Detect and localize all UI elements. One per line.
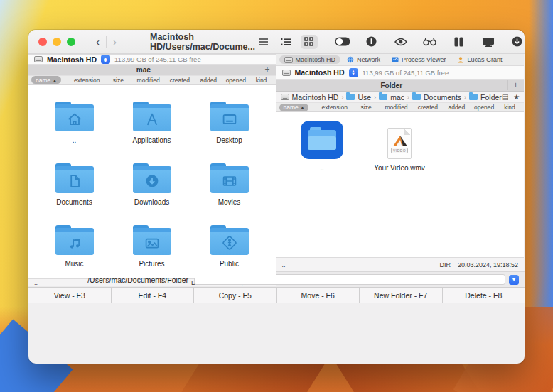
column-header-opened[interactable]: opened [222, 77, 249, 84]
sort-asc-icon: ▲ [301, 105, 304, 109]
file-item-music[interactable]: Music [36, 218, 113, 278]
zoom-button[interactable] [67, 38, 75, 46]
column-header-opened[interactable]: opened [470, 104, 498, 111]
applications-folder-icon [133, 102, 171, 131]
favorite-process-viewer[interactable]: Process Viewer [387, 55, 451, 64]
file-item-applications[interactable]: Applications [113, 94, 190, 155]
breadcrumb-item[interactable]: Use [346, 93, 371, 102]
close-button[interactable] [38, 38, 47, 46]
downloads-folder-icon [133, 163, 171, 193]
favorite-network[interactable]: Network [342, 55, 385, 64]
file-label: Documents [56, 198, 92, 206]
move-f6-button[interactable]: Move - F6 [277, 288, 360, 303]
back-icon[interactable]: ‹ [90, 36, 106, 48]
tab-mac[interactable]: mac [28, 66, 259, 74]
drive-select-stepper[interactable]: ▲▼ [101, 55, 110, 64]
file-label: .. [320, 164, 324, 172]
drive-free-space: 113,99 GB of 245,11 GB free [114, 55, 201, 63]
detailed-list-view-icon[interactable] [278, 35, 295, 49]
toggle-icon[interactable] [334, 35, 351, 49]
favorite-label: Lucas Grant [467, 56, 502, 63]
file-manager-window: ‹ › Macintosh HD/Users/mac/Docume... [28, 30, 525, 364]
tab-bar: mac + [28, 65, 276, 75]
sort-asc-icon: ▲ [53, 78, 56, 82]
minimize-button[interactable] [53, 38, 61, 46]
file-item-parent-selected[interactable]: .. [284, 122, 361, 183]
view-mode-group [255, 35, 318, 49]
dual-pane-icon[interactable] [451, 35, 468, 49]
column-header-created[interactable]: created [164, 77, 195, 84]
binoculars-icon[interactable] [422, 35, 439, 49]
file-item-downloads[interactable]: Downloads [113, 156, 190, 217]
list-view-icon[interactable] [255, 35, 272, 49]
chevron-right-icon: › [341, 94, 343, 101]
file-item-parent[interactable]: .. [36, 94, 113, 155]
favorite-label: Process Viewer [402, 56, 446, 63]
column-header-name[interactable]: name▲ [31, 76, 61, 84]
file-item-your-video[interactable]: VIDEO Your Video.wmv [361, 122, 439, 183]
new-folder-f7-button[interactable]: New Folder - F7 [360, 288, 443, 303]
column-header-size[interactable]: size [352, 104, 380, 111]
favorite-star-icon[interactable]: ★ [513, 93, 520, 101]
column-header-modified[interactable]: modified [132, 77, 164, 84]
status-left: .. [282, 261, 286, 268]
column-header-kind[interactable]: kind [250, 77, 273, 84]
info-icon[interactable] [363, 35, 380, 49]
file-list-area[interactable]: .. VIDEO [276, 112, 525, 257]
forward-icon[interactable]: › [107, 36, 123, 48]
view-f3-button[interactable]: View - F3 [28, 288, 112, 303]
download-icon[interactable] [509, 35, 525, 49]
folder-icon [412, 94, 421, 100]
column-header-size[interactable]: size [104, 77, 132, 84]
file-item-desktop[interactable]: Desktop [190, 94, 268, 155]
traffic-lights [38, 38, 75, 46]
breadcrumb-item[interactable]: Macintosh HD [281, 93, 339, 102]
file-label: Your Video.wmv [374, 164, 425, 172]
delete-f8-button[interactable]: Delete - F8 [443, 288, 525, 303]
public-folder-icon [210, 225, 249, 255]
column-header-created[interactable]: created [412, 104, 443, 111]
tab-bar: Folder + [276, 80, 525, 92]
music-folder-icon [55, 225, 94, 255]
file-item-public[interactable]: Public [190, 218, 268, 278]
edit-f4-button[interactable]: Edit - F4 [112, 288, 195, 303]
file-label: Applications [133, 136, 171, 144]
file-list-area[interactable]: .. Applications Desk [28, 85, 276, 278]
column-header-extension[interactable]: extension [317, 104, 352, 111]
drive-bar: Macintosh HD ▲▼ 113,99 GB of 245,11 GB f… [28, 55, 276, 65]
column-header-modified[interactable]: modified [380, 104, 412, 111]
column-header-added[interactable]: added [444, 104, 471, 111]
breadcrumb-item[interactable]: Documents [412, 93, 461, 102]
grid-view-icon[interactable] [301, 35, 318, 49]
pictures-folder-icon [133, 225, 171, 255]
add-tab-button[interactable]: + [507, 80, 524, 90]
favorite-lucas-grant[interactable]: Lucas Grant [452, 55, 507, 64]
breadcrumb-item[interactable]: Folder [469, 93, 502, 102]
file-item-movies[interactable]: Movies [190, 156, 268, 217]
file-label: .. [73, 136, 77, 144]
drive-name: Macintosh HD [295, 68, 345, 77]
column-header-added[interactable]: added [195, 77, 222, 84]
favorite-macintosh-hd[interactable]: Macintosh HD [279, 55, 341, 64]
network-globe-icon [347, 56, 354, 63]
column-header-kind[interactable]: kind [498, 104, 521, 111]
favorite-label: Network [357, 56, 380, 63]
process-viewer-icon [392, 56, 399, 63]
column-header-name[interactable]: name▲ [279, 104, 309, 111]
file-label: Movies [218, 198, 241, 206]
window-title: Macintosh HD/Users/mac/Docume... [150, 32, 255, 52]
breadcrumb-item[interactable]: mac [379, 93, 404, 102]
dual-panes: Macintosh HD Network Process Viewer Luca… [28, 54, 525, 271]
tab-folder[interactable]: Folder [276, 82, 508, 89]
column-header-extension[interactable]: extension [70, 77, 104, 84]
eye-icon[interactable] [392, 35, 409, 49]
video-file-icon: VIDEO [387, 128, 412, 159]
display-icon[interactable] [480, 35, 497, 49]
add-tab-button[interactable]: + [259, 65, 276, 75]
command-history-dropdown[interactable]: ▼ [509, 275, 519, 285]
copy-f5-button[interactable]: Copy - F5 [194, 288, 277, 303]
file-item-pictures[interactable]: Pictures [113, 218, 190, 278]
drive-select-stepper[interactable]: ▲▼ [349, 68, 358, 77]
file-item-documents[interactable]: Documents [36, 156, 113, 217]
column-settings-icon[interactable]: ▤ [502, 93, 508, 101]
